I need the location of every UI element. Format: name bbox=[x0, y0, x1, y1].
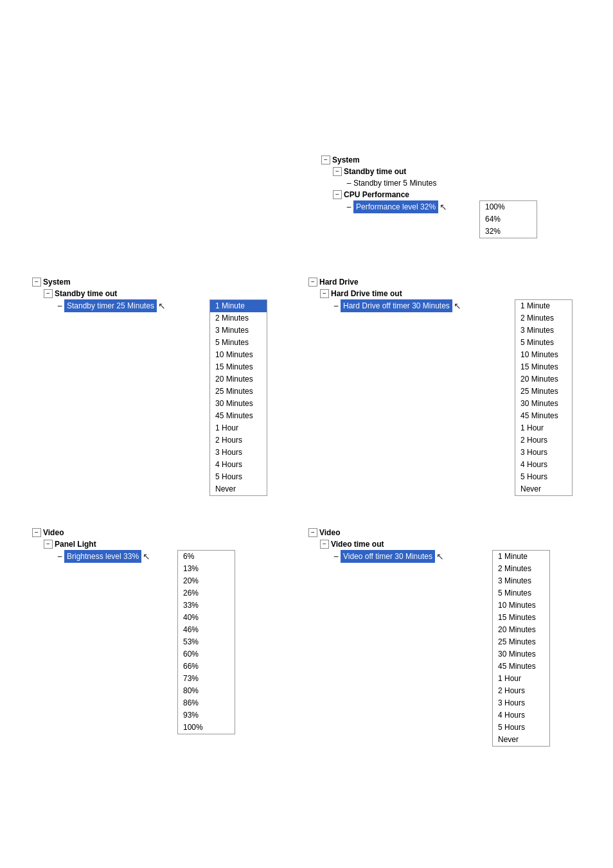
cursor-icon-mr: ↖ bbox=[454, 300, 461, 312]
video-opt-2min-br[interactable]: 2 Minutes bbox=[493, 563, 549, 575]
tree-root-label-tr: System bbox=[332, 154, 360, 166]
cpu-option-32[interactable]: 32% bbox=[480, 226, 537, 238]
video-opt-2hr-br[interactable]: 2 Hours bbox=[493, 685, 549, 697]
bright-opt-26[interactable]: 26% bbox=[178, 587, 235, 599]
bright-opt-53[interactable]: 53% bbox=[178, 636, 235, 648]
tree-root-label-ml: System bbox=[43, 276, 71, 288]
hdd-opt-5hr-mr[interactable]: 5 Hours bbox=[515, 471, 572, 483]
video-opt-3hr-br[interactable]: 3 Hours bbox=[493, 697, 549, 709]
video-opt-30min-br[interactable]: 30 Minutes bbox=[493, 648, 549, 660]
expander-hdd-mr[interactable]: − bbox=[308, 278, 317, 287]
standby-opt-5min-ml[interactable]: 5 Minutes bbox=[210, 337, 267, 349]
video-opt-1min-br[interactable]: 1 Minute bbox=[493, 551, 549, 563]
tree-dash-br: – bbox=[332, 551, 341, 562]
panel-top-right: − System − Standby time out – Standby ti… bbox=[321, 154, 447, 213]
cpu-label-tr: CPU Performance bbox=[344, 189, 409, 200]
standby-opt-3hr-ml[interactable]: 3 Hours bbox=[210, 447, 267, 459]
standby-opt-never-ml[interactable]: Never bbox=[210, 483, 267, 495]
bright-opt-20[interactable]: 20% bbox=[178, 575, 235, 587]
cpu-option-100[interactable]: 100% bbox=[480, 201, 537, 213]
bright-opt-6[interactable]: 6% bbox=[178, 551, 235, 563]
standby-opt-25min-ml[interactable]: 25 Minutes bbox=[210, 385, 267, 398]
standby-opt-4hr-ml[interactable]: 4 Hours bbox=[210, 459, 267, 471]
hdd-opt-4hr-mr[interactable]: 4 Hours bbox=[515, 459, 572, 471]
standby-opt-20min-ml[interactable]: 20 Minutes bbox=[210, 373, 267, 385]
standby-opt-1min-ml[interactable]: 1 Minute bbox=[210, 300, 267, 312]
tree-dash-ml: – bbox=[55, 300, 64, 312]
videotimer-selected-br[interactable]: Video off timer 30 Minutes bbox=[341, 550, 435, 563]
expander-video-bl[interactable]: − bbox=[32, 528, 41, 537]
bright-opt-86[interactable]: 86% bbox=[178, 697, 235, 709]
video-opt-5hr-br[interactable]: 5 Hours bbox=[493, 722, 549, 734]
expander-system-tr[interactable]: − bbox=[321, 155, 330, 164]
expander-hddto-mr[interactable]: − bbox=[320, 289, 329, 298]
hdd-opt-5min-mr[interactable]: 5 Minutes bbox=[515, 337, 572, 349]
standby-dropdown-ml: 1 Minute 2 Minutes 3 Minutes 5 Minutes 1… bbox=[209, 299, 267, 496]
bright-opt-73[interactable]: 73% bbox=[178, 673, 235, 685]
expander-standby-ml[interactable]: − bbox=[44, 289, 53, 298]
expander-standby-tr[interactable]: − bbox=[333, 167, 342, 176]
hdd-opt-15min-mr[interactable]: 15 Minutes bbox=[515, 361, 572, 373]
hdd-opt-1min-mr[interactable]: 1 Minute bbox=[515, 300, 572, 312]
hddto-label-mr: Hard Drive time out bbox=[331, 288, 402, 299]
standby-opt-2min-ml[interactable]: 2 Minutes bbox=[210, 312, 267, 324]
standby-opt-3min-ml[interactable]: 3 Minutes bbox=[210, 324, 267, 337]
standby-opt-15min-ml[interactable]: 15 Minutes bbox=[210, 361, 267, 373]
video-opt-3min-br[interactable]: 3 Minutes bbox=[493, 575, 549, 587]
standby-opt-5hr-ml[interactable]: 5 Hours bbox=[210, 471, 267, 483]
videoto-label-br: Video time out bbox=[331, 538, 384, 550]
hdd-opt-3min-mr[interactable]: 3 Minutes bbox=[515, 324, 572, 337]
video-opt-4hr-br[interactable]: 4 Hours bbox=[493, 709, 549, 722]
standby-opt-45min-ml[interactable]: 45 Minutes bbox=[210, 410, 267, 422]
video-opt-15min-br[interactable]: 15 Minutes bbox=[493, 612, 549, 624]
video-opt-5min-br[interactable]: 5 Minutes bbox=[493, 587, 549, 599]
standby-opt-2hr-ml[interactable]: 2 Hours bbox=[210, 434, 267, 447]
hdd-opt-3hr-mr[interactable]: 3 Hours bbox=[515, 447, 572, 459]
bright-opt-60[interactable]: 60% bbox=[178, 648, 235, 660]
standby-timer-selected-ml[interactable]: Standby timer 25 Minutes bbox=[64, 299, 157, 312]
bright-opt-80[interactable]: 80% bbox=[178, 685, 235, 697]
cursor-icon-tr: ↖ bbox=[440, 201, 447, 213]
brightness-selected-bl[interactable]: Brightness level 33% bbox=[64, 550, 141, 563]
standby-opt-1hr-ml[interactable]: 1 Hour bbox=[210, 422, 267, 434]
perf-level-selected[interactable]: Performance level 32% bbox=[353, 200, 438, 213]
video-opt-20min-br[interactable]: 20 Minutes bbox=[493, 624, 549, 636]
expander-videoto-br[interactable]: − bbox=[320, 540, 329, 549]
standby-opt-10min-ml[interactable]: 10 Minutes bbox=[210, 349, 267, 361]
hdd-opt-30min-mr[interactable]: 30 Minutes bbox=[515, 398, 572, 410]
hdd-opt-20min-mr[interactable]: 20 Minutes bbox=[515, 373, 572, 385]
hdd-opt-2hr-mr[interactable]: 2 Hours bbox=[515, 434, 572, 447]
expander-panellight-bl[interactable]: − bbox=[44, 540, 53, 549]
hdd-opt-1hr-mr[interactable]: 1 Hour bbox=[515, 422, 572, 434]
hdd-opt-never-mr[interactable]: Never bbox=[515, 483, 572, 495]
bright-opt-13[interactable]: 13% bbox=[178, 563, 235, 575]
bright-opt-46[interactable]: 46% bbox=[178, 624, 235, 636]
video-opt-10min-br[interactable]: 10 Minutes bbox=[493, 599, 549, 612]
bright-opt-93[interactable]: 93% bbox=[178, 709, 235, 722]
bright-opt-40[interactable]: 40% bbox=[178, 612, 235, 624]
tree-dash-cpu: – bbox=[344, 201, 353, 213]
hdd-dropdown-mr: 1 Minute 2 Minutes 3 Minutes 5 Minutes 1… bbox=[515, 299, 573, 496]
hdd-opt-10min-mr[interactable]: 10 Minutes bbox=[515, 349, 572, 361]
standby-opt-30min-ml[interactable]: 30 Minutes bbox=[210, 398, 267, 410]
expander-cpu-tr[interactable]: − bbox=[333, 190, 342, 199]
bright-opt-33[interactable]: 33% bbox=[178, 599, 235, 612]
tree-root-label-br: Video bbox=[319, 527, 340, 538]
video-opt-25min-br[interactable]: 25 Minutes bbox=[493, 636, 549, 648]
standby-timer-tr: Standby timer 5 Minutes bbox=[353, 177, 436, 189]
video-opt-1hr-br[interactable]: 1 Hour bbox=[493, 673, 549, 685]
video-opt-never-br[interactable]: Never bbox=[493, 734, 549, 746]
bright-opt-66[interactable]: 66% bbox=[178, 660, 235, 673]
expander-video-br[interactable]: − bbox=[308, 528, 317, 537]
hdd-opt-2min-mr[interactable]: 2 Minutes bbox=[515, 312, 572, 324]
hdd-opt-45min-mr[interactable]: 45 Minutes bbox=[515, 410, 572, 422]
video-opt-45min-br[interactable]: 45 Minutes bbox=[493, 660, 549, 673]
bright-opt-100[interactable]: 100% bbox=[178, 722, 235, 734]
hdd-opt-25min-mr[interactable]: 25 Minutes bbox=[515, 385, 572, 398]
cpu-option-64[interactable]: 64% bbox=[480, 213, 537, 226]
panel-bot-right: − Video − Video time out – Video off tim… bbox=[308, 527, 444, 563]
tree-root-label-mr: Hard Drive bbox=[319, 276, 359, 288]
expander-system-ml[interactable]: − bbox=[32, 278, 41, 287]
hdd-timer-selected-mr[interactable]: Hard Drive off timer 30 Minutes bbox=[341, 299, 452, 312]
cpu-dropdown: 100% 64% 32% bbox=[479, 200, 537, 238]
